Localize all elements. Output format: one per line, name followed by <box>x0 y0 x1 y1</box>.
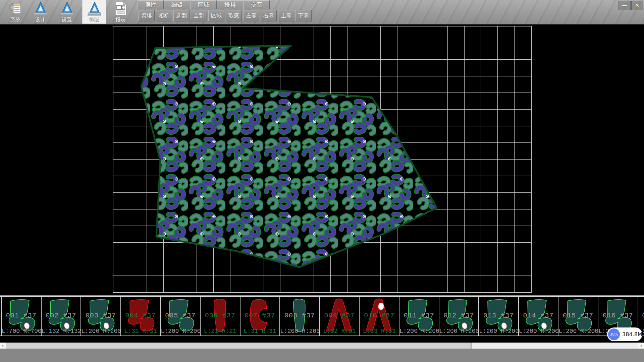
main-button-3[interactable]: 设置 <box>55 0 79 24</box>
piece-thumbnail-014_#37[interactable]: 014_#37L:200 R:200 <box>518 297 558 336</box>
titlebar: 系统设计设置排版报表 属性编辑区域排料交互 聚排相机选割全割区域瑕疵左靠右靠上靠… <box>0 0 644 24</box>
piece-thumbnail-strip: 001_#37L:700 R:700002_#37L:132 R:132003_… <box>0 296 644 336</box>
menu-tab-5[interactable]: 交互 <box>244 0 270 9</box>
piece-thumbnail-011_#37[interactable]: 011_#37L:200 R:200 <box>399 297 439 336</box>
piece-lr-label: L:200 R:200 <box>439 328 479 335</box>
piece-lr-label: L:200 R:200 <box>280 328 319 335</box>
scroll-left-arrow-icon[interactable]: ‹ <box>0 343 6 349</box>
piece-id-label: 001_#37 <box>2 312 41 319</box>
piece-thumbnail-006_#37[interactable]: 006_#37L:21 R:21 <box>200 297 240 336</box>
memory-badge[interactable]: 38% 384.8M <box>607 327 642 341</box>
piece-id-label: 013_#37 <box>479 312 518 319</box>
main-button-label: 设置 <box>62 17 72 23</box>
piece-id-label: 011_#37 <box>399 312 439 319</box>
tool-button-7[interactable]: 左靠 <box>243 10 259 21</box>
piece-thumbnail-009_#37[interactable]: 009_#37L:32 R:31 <box>319 297 359 336</box>
minimize-button[interactable]: — <box>619 1 631 10</box>
scroll-right-arrow-icon[interactable]: › <box>638 343 644 349</box>
strip-gap <box>0 336 644 343</box>
app-window: 系统设计设置排版报表 属性编辑区域排料交互 聚排相机选割全割区域瑕疵左靠右靠上靠… <box>0 0 644 362</box>
main-button-label: 系统 <box>10 17 20 23</box>
nesting-canvas[interactable] <box>0 24 644 295</box>
piece-id-label: 014_#37 <box>519 312 558 319</box>
piece-id-label: 007_#37 <box>240 312 280 319</box>
piece-lr-label: L:200 R:200 <box>399 328 439 335</box>
piece-id-label: 017_#37 <box>638 312 644 319</box>
set-square-icon <box>59 1 74 16</box>
piece-thumbnail-002_#37[interactable]: 002_#37L:132 R:132 <box>41 297 81 336</box>
leather-hide-nesting[interactable] <box>0 24 644 295</box>
memory-percent-indicator: 38% <box>608 328 620 340</box>
report-doc-icon <box>113 1 128 16</box>
tool-button-row: 聚排相机选割全割区域瑕疵左靠右靠上靠下靠 <box>139 10 313 21</box>
main-button-1[interactable]: 系统 <box>3 0 28 24</box>
piece-thumbnail-008_#37[interactable]: 008_#37L:200 R:200 <box>279 297 319 336</box>
gear-doc-icon <box>8 1 23 16</box>
memory-usage-label: 384.8M <box>622 331 642 338</box>
piece-thumbnail-005_#37[interactable]: 005_#37L:200 R:200 <box>160 297 200 336</box>
menu-tab-row: 属性编辑区域排料交互 <box>138 0 270 9</box>
window-controls: — ✕ <box>619 1 643 10</box>
piece-lr-label: L:31 R:31 <box>240 328 280 335</box>
close-button[interactable]: ✕ <box>631 1 643 10</box>
status-bar <box>0 349 644 362</box>
main-button-label: 排版 <box>89 17 99 23</box>
main-button-label: 设计 <box>35 17 45 23</box>
piece-lr-label: L:200 R:200 <box>81 328 120 335</box>
piece-id-label: 009_#37 <box>320 312 359 319</box>
strip-separator-line <box>0 295 644 296</box>
piece-lr-label: L:700 R:700 <box>2 328 41 335</box>
tool-button-2[interactable]: 相机 <box>156 10 172 21</box>
piece-thumbnail-001_#37[interactable]: 001_#37L:700 R:700 <box>1 297 41 336</box>
piece-lr-label: L:200 R:200 <box>558 328 598 335</box>
horizontal-scrollbar[interactable]: ‹ › <box>0 343 644 349</box>
set-square-icon <box>87 1 102 16</box>
piece-lr-label: L:200 R:200 <box>161 328 200 335</box>
tool-button-8[interactable]: 右靠 <box>261 10 277 21</box>
piece-thumbnail-010_#37[interactable]: 010_#37L:33 R:33 <box>359 297 399 336</box>
tool-button-4[interactable]: 全割 <box>191 10 207 21</box>
piece-id-label: 003_#37 <box>81 312 120 319</box>
piece-id-label: 002_#37 <box>42 312 81 319</box>
piece-thumbnail-012_#37[interactable]: 012_#37L:200 R:200 <box>439 297 479 336</box>
main-button-5[interactable]: 报表 <box>108 0 132 24</box>
piece-lr-label: L:33 R:33 <box>360 328 399 335</box>
tool-button-9[interactable]: 上靠 <box>278 10 294 21</box>
piece-thumbnail-003_#37[interactable]: 003_#37L:200 R:200 <box>80 297 120 336</box>
main-button-4[interactable]: 排版 <box>82 0 106 24</box>
tool-button-6[interactable]: 瑕疵 <box>226 10 242 21</box>
menu-tab-2[interactable]: 编辑 <box>164 0 190 9</box>
piece-lr-label: L:32 R:31 <box>320 328 359 335</box>
piece-lr-label: L:200 R:200 <box>479 328 518 335</box>
piece-hole <box>378 303 384 310</box>
piece-lr-label: L:21 R:21 <box>201 328 240 335</box>
piece-id-label: 004_#37 <box>121 312 160 319</box>
piece-id-label: 006_#37 <box>201 312 240 319</box>
piece-thumbnail-013_#37[interactable]: 013_#37L:200 R:200 <box>478 297 518 336</box>
piece-thumbnail-015_#37[interactable]: 015_#37L:200 R:200 <box>558 297 598 336</box>
piece-id-label: 012_#37 <box>439 312 479 319</box>
piece-id-label: 010_#37 <box>360 312 399 319</box>
set-square-icon <box>33 1 48 16</box>
menu-tab-3[interactable]: 区域 <box>191 0 217 9</box>
piece-id-label: 016_#37 <box>598 312 638 319</box>
tool-button-10[interactable]: 下靠 <box>296 10 312 21</box>
piece-lr-label: L:200 R:200 <box>519 328 558 335</box>
scrollbar-thumb[interactable] <box>6 343 472 349</box>
piece-lr-label: L:132 R:132 <box>42 328 81 335</box>
main-button-2[interactable]: 设计 <box>28 0 52 24</box>
piece-thumbnail-004_#37[interactable]: 004_#37L:31 R:31 <box>120 297 160 336</box>
main-button-label: 报表 <box>115 17 125 23</box>
piece-id-label: 015_#37 <box>558 312 598 319</box>
tool-button-1[interactable]: 聚排 <box>139 10 155 21</box>
menu-tab-4[interactable]: 排料 <box>217 0 243 9</box>
piece-id-label: 005_#37 <box>161 312 200 319</box>
menu-tab-1[interactable]: 属性 <box>138 0 164 9</box>
tool-button-5[interactable]: 区域 <box>208 10 224 21</box>
piece-lr-label: L:31 R:31 <box>121 328 160 335</box>
piece-thumbnail-007_#37[interactable]: 007_#37L:31 R:31 <box>240 297 280 336</box>
tool-button-3[interactable]: 选割 <box>173 10 190 21</box>
piece-id-label: 008_#37 <box>280 312 319 319</box>
